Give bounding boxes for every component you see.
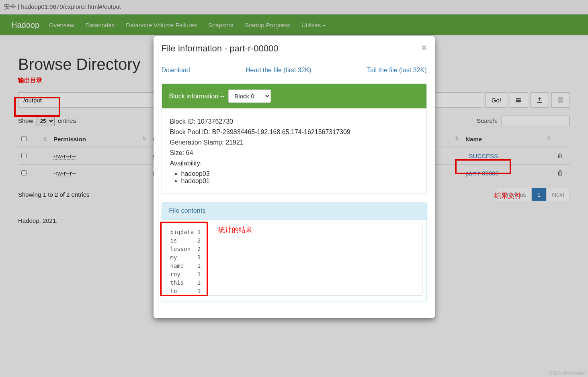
host-item: hadoop03 <box>181 170 418 177</box>
file-contents-panel: File contents 统计的结果 <box>162 202 427 302</box>
modal-body: Download Head the file (first 32K) Tail … <box>154 61 435 318</box>
file-contents-body: 统计的结果 <box>162 220 426 302</box>
block-pool-id: Block Pool ID: BP-239834465-192.168.65.1… <box>170 128 418 136</box>
host-item: hadoop01 <box>181 177 418 185</box>
modal-links: Download Head the file (first 32K) Tail … <box>162 61 427 84</box>
block-id: Block ID: 1073762730 <box>170 118 418 125</box>
tail-file-link[interactable]: Tail the file (last 32K) <box>367 67 427 74</box>
block-panel-heading: Block information -- Block 0 <box>162 84 426 108</box>
file-info-modal: × File information - part-r-00000 Downlo… <box>154 36 435 318</box>
availability-list: hadoop03 hadoop01 <box>181 170 418 185</box>
watermark: CSDN @roykingw <box>549 371 585 375</box>
close-icon[interactable]: × <box>422 43 427 52</box>
modal-title: File information - part-r-00000 <box>162 43 427 54</box>
availability-label: Availability: <box>170 160 418 167</box>
generation-stamp: Generation Stamp: 21921 <box>170 139 418 146</box>
annotation-stats: 统计的结果 <box>218 225 252 234</box>
file-contents-textarea[interactable] <box>166 224 422 296</box>
block-size: Size: 64 <box>170 149 418 157</box>
modal-header: × File information - part-r-00000 <box>154 36 435 61</box>
block-info-panel: Block information -- Block 0 Block ID: 1… <box>162 84 427 194</box>
head-file-link[interactable]: Head the file (first 32K) <box>246 67 311 74</box>
file-contents-heading: File contents <box>162 202 426 220</box>
block-select[interactable]: Block 0 <box>228 90 271 103</box>
block-panel-body: Block ID: 1073762730 Block Pool ID: BP-2… <box>162 108 426 194</box>
download-link[interactable]: Download <box>162 67 190 74</box>
